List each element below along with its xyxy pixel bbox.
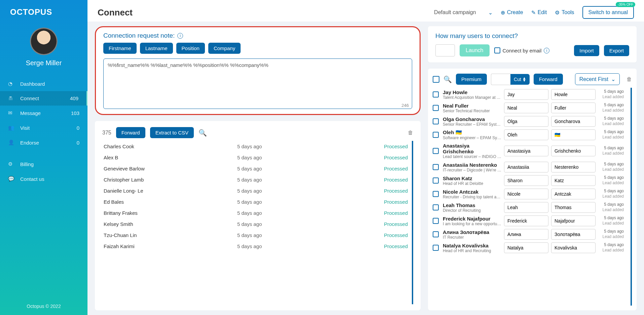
firstname-input[interactable] xyxy=(504,215,548,226)
lastname-input[interactable] xyxy=(551,89,596,100)
launch-button[interactable]: Launch xyxy=(460,44,490,56)
contact-info[interactable]: Oleh 🇺🇦 Software engineer – EPAM Syste… xyxy=(443,129,501,140)
contact-row: Neal Fuller Senior Technical Recruiter 5… xyxy=(433,101,629,115)
list-row[interactable]: Charles Cook5 days agoProcessed xyxy=(102,141,409,152)
lastname-input[interactable] xyxy=(551,146,596,156)
sidebar-item-dashboard[interactable]: ◔Dashboard xyxy=(0,76,87,91)
list-row[interactable]: Tzu-Chuan Lin5 days agoProcessed xyxy=(102,230,409,241)
extract-csv-button[interactable]: Extract to CSV xyxy=(150,127,194,138)
contact-info[interactable]: Frederick Najafpour I am looking for a n… xyxy=(443,216,501,226)
contact-info[interactable]: Anastasiia Nesterenko IT-recruiter – Dig… xyxy=(443,162,501,172)
search-icon[interactable]: 🔍 xyxy=(443,75,452,83)
contact-checkbox[interactable] xyxy=(433,91,439,97)
firstname-input[interactable] xyxy=(504,229,548,240)
forward-button[interactable]: Forward xyxy=(116,127,145,138)
list-row[interactable]: Alex B5 days agoProcessed xyxy=(102,152,409,163)
contact-checkbox[interactable] xyxy=(433,204,439,210)
contact-checkbox[interactable] xyxy=(433,105,439,111)
sidebar-item-connect[interactable]: ⫚Connect409 xyxy=(0,91,87,106)
create-button[interactable]: ⊕ Create xyxy=(501,9,523,16)
firstname-input[interactable] xyxy=(504,175,548,186)
list-row[interactable]: Kelsey Smith5 days agoProcessed xyxy=(102,219,409,230)
export-button[interactable]: Export xyxy=(604,45,629,56)
contact-info[interactable]: Leah Thomas Director of Recruiting xyxy=(443,202,501,213)
sidebar-item-message[interactable]: ✉Message103 xyxy=(0,106,87,120)
firstname-input[interactable] xyxy=(504,202,548,213)
nav-icon: 💬 xyxy=(8,176,15,182)
cut-button[interactable]: Cut ▲▼ xyxy=(510,74,530,85)
edit-button[interactable]: ✎ Edit xyxy=(531,9,547,16)
contact-checkbox[interactable] xyxy=(433,164,439,170)
list-row[interactable]: Danielle Long- Le5 days agoProcessed xyxy=(102,185,409,196)
contact-checkbox[interactable] xyxy=(433,148,439,154)
lastname-input[interactable] xyxy=(551,162,596,172)
campaign-dropdown[interactable]: Default campaign ⌄ xyxy=(434,9,493,16)
contact-subtitle: Lead talent sourcer – INDIGO Tec… xyxy=(443,154,501,159)
lastname-input[interactable] xyxy=(551,242,596,253)
firstname-input[interactable] xyxy=(504,242,548,253)
lastname-input[interactable] xyxy=(551,202,596,213)
list-row[interactable]: Faizah Karimi5 days agoProcessed xyxy=(102,241,409,252)
firstname-input[interactable] xyxy=(504,103,548,113)
contact-checkbox[interactable] xyxy=(433,191,439,197)
contact-info[interactable]: Olga Goncharova Senior Recruiter – EPAM … xyxy=(443,116,501,127)
recent-dropdown[interactable]: Recent First ⌄ xyxy=(575,73,620,85)
contact-checkbox[interactable] xyxy=(433,231,439,237)
tag-firstname[interactable]: Firstname xyxy=(103,43,137,54)
contact-checkbox[interactable] xyxy=(433,118,439,124)
trash-icon[interactable]: 🗑 xyxy=(627,76,632,82)
import-button[interactable]: Import xyxy=(574,45,599,56)
firstname-input[interactable] xyxy=(504,146,548,156)
sidebar-item-visit[interactable]: 👥Visit0 xyxy=(0,120,87,135)
sidebar-item-endorse[interactable]: 👤Endorse0 xyxy=(0,135,87,150)
premium-button[interactable]: Premium xyxy=(456,74,487,85)
tag-position[interactable]: Position xyxy=(176,43,205,54)
list-row[interactable]: Brittany Frakes5 days agoProcessed xyxy=(102,207,409,219)
firstname-input[interactable] xyxy=(504,162,548,172)
cut-input[interactable] xyxy=(491,74,510,85)
note-textarea[interactable] xyxy=(103,58,412,109)
contact-info[interactable]: Neal Fuller Senior Technical Recruiter xyxy=(443,103,501,113)
avatar[interactable] xyxy=(30,28,58,55)
contact-checkbox[interactable] xyxy=(433,218,439,224)
contact-info[interactable]: Nicole Antczak Recruiter - Driving top t… xyxy=(443,189,501,199)
list-row[interactable]: Genevieve Barlow5 days agoProcessed xyxy=(102,163,409,174)
lastname-input[interactable] xyxy=(551,189,596,199)
tools-button[interactable]: ⚙ Tools xyxy=(555,9,574,16)
contact-name: Neal Fuller xyxy=(443,103,501,109)
contact-info[interactable]: Anastasiya Grishchenko Lead talent sourc… xyxy=(443,143,501,159)
lastname-input[interactable] xyxy=(551,129,596,140)
lastname-input[interactable] xyxy=(551,103,596,113)
email-checkbox[interactable] xyxy=(494,47,500,53)
lastname-input[interactable] xyxy=(551,116,596,127)
sidebar-item-billing[interactable]: ⚙Billing xyxy=(0,157,87,171)
search-icon[interactable]: 🔍 xyxy=(199,129,207,137)
list-row[interactable]: Christopher Lamb5 days agoProcessed xyxy=(102,174,409,185)
contact-info[interactable]: Jay Howle Talent Acquisition Manager at … xyxy=(443,89,501,100)
tag-lastname[interactable]: Lastname xyxy=(140,43,173,54)
contact-checkbox[interactable] xyxy=(433,132,439,138)
contact-name: Anastasiia Nesterenko xyxy=(443,162,501,168)
info-icon[interactable]: i xyxy=(177,33,183,39)
contact-info[interactable]: Sharon Katz Head of HR at Deloitte xyxy=(443,175,501,186)
trash-icon[interactable]: 🗑 xyxy=(408,130,413,136)
firstname-input[interactable] xyxy=(504,129,548,140)
contact-info[interactable]: Natalya Kovalivska Head of HR and Recrui… xyxy=(443,243,501,253)
lastname-input[interactable] xyxy=(551,175,596,186)
tag-company[interactable]: Company xyxy=(208,43,241,54)
switch-annual-button[interactable]: Switch to annual -35% OFF xyxy=(582,6,634,19)
sidebar-item-contact-us[interactable]: 💬Contact us xyxy=(0,171,87,186)
firstname-input[interactable] xyxy=(504,189,548,199)
firstname-input[interactable] xyxy=(504,116,548,127)
select-all-checkbox[interactable] xyxy=(433,76,439,83)
lastname-input[interactable] xyxy=(551,229,596,240)
info-icon[interactable]: i xyxy=(544,48,549,53)
users-count-input[interactable] xyxy=(435,44,455,56)
contact-checkbox[interactable] xyxy=(433,178,439,184)
forward-contacts-button[interactable]: Forward xyxy=(534,74,563,85)
contact-checkbox[interactable] xyxy=(433,245,439,251)
lastname-input[interactable] xyxy=(551,215,596,226)
firstname-input[interactable] xyxy=(504,89,548,100)
list-row[interactable]: Ed Bales5 days agoProcessed xyxy=(102,196,409,207)
contact-info[interactable]: Алина Золотарёва IT Recruiter xyxy=(443,229,501,240)
